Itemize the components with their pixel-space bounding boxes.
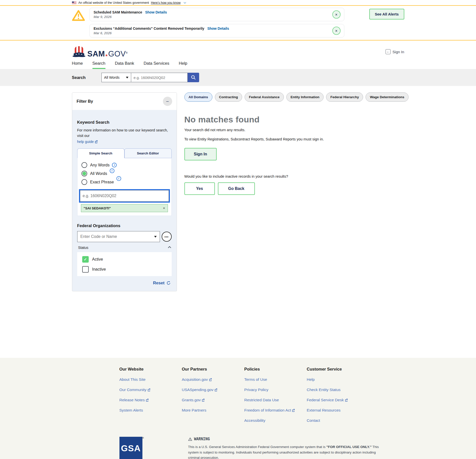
footer-link[interactable]: Restricted Data Use bbox=[244, 398, 279, 402]
ellipsis-icon: ••• bbox=[164, 235, 169, 239]
nav-item-search[interactable]: Search bbox=[92, 61, 105, 69]
checkbox-active-label: Active bbox=[92, 257, 103, 262]
gov-banner-text: An official website of the United States… bbox=[78, 1, 149, 4]
nav-item-help[interactable]: Help bbox=[179, 61, 187, 69]
keyword-tag-text: "SAI SEDAKOTI" bbox=[84, 206, 111, 210]
radio-any-words-label: Any Words bbox=[90, 163, 110, 167]
sign-in-button[interactable]: Sign In bbox=[184, 148, 217, 160]
domain-tab-contracting[interactable]: Contracting bbox=[215, 92, 242, 102]
footer-link[interactable]: External Resources bbox=[307, 408, 341, 412]
org-select-placeholder: Enter Code or Name bbox=[80, 234, 117, 239]
domain-tab-federal-hierarchy[interactable]: Federal Hierarchy bbox=[326, 92, 363, 102]
external-link-icon bbox=[345, 399, 348, 402]
footer-link[interactable]: Accessibility bbox=[244, 418, 265, 423]
info-icon[interactable]: i bbox=[112, 163, 117, 167]
radio-all-words-label: All Words bbox=[90, 171, 107, 176]
check-icon: ✓ bbox=[84, 257, 87, 262]
main-nav: Home Search Data Bank Data Services Help bbox=[0, 61, 476, 69]
footer-link[interactable]: Our Community bbox=[119, 388, 151, 392]
global-search-bar: Search All Words bbox=[0, 69, 476, 86]
global-search-input[interactable] bbox=[131, 73, 188, 82]
close-icon: × bbox=[335, 12, 337, 17]
sign-in-link[interactable]: ← Sign In bbox=[386, 49, 404, 54]
uncle-sam-hat-icon bbox=[72, 45, 86, 58]
warning-outline-icon bbox=[188, 437, 192, 441]
alert-close-button[interactable]: × bbox=[332, 10, 341, 19]
sam-gov-logo[interactable]: SAM★GOV® bbox=[72, 45, 128, 58]
footer-link[interactable]: Privacy Policy bbox=[244, 388, 268, 392]
checkbox-inactive[interactable] bbox=[82, 266, 89, 273]
footer-link[interactable]: Release Notes bbox=[119, 398, 149, 402]
remove-tag-button[interactable]: × bbox=[163, 206, 165, 210]
keyword-tabs: Simple Search Search Editor bbox=[77, 148, 172, 158]
minus-icon: − bbox=[166, 99, 169, 104]
footer-column-our-partners: Our Partners Acquisition.gov USASpending… bbox=[182, 367, 244, 423]
collapse-filters-button[interactable]: − bbox=[163, 97, 172, 106]
system-warning: WARNING This is a U.S. General Services … bbox=[188, 437, 388, 459]
footer-link[interactable]: Help bbox=[307, 377, 315, 382]
warning-triangle-icon bbox=[72, 10, 85, 21]
warning-heading: WARNING bbox=[194, 437, 210, 441]
alert-title: Scheduled SAM Maintenance bbox=[94, 10, 142, 14]
nav-item-data-bank[interactable]: Data Bank bbox=[115, 61, 134, 69]
reset-filters-link[interactable]: Reset bbox=[153, 281, 170, 285]
alert-close-button[interactable]: × bbox=[332, 27, 341, 35]
radio-all-words[interactable] bbox=[81, 171, 87, 176]
radio-any-words[interactable] bbox=[81, 162, 87, 168]
nav-item-data-services[interactable]: Data Services bbox=[144, 61, 169, 69]
keyword-input[interactable] bbox=[80, 190, 169, 202]
help-guide-link[interactable]: help guide bbox=[77, 139, 98, 145]
footer-link[interactable]: Terms of Use bbox=[244, 377, 267, 382]
org-more-options-button[interactable]: ••• bbox=[162, 232, 172, 242]
footer-link[interactable]: Federal Service Desk bbox=[307, 398, 348, 402]
external-link-icon bbox=[201, 399, 205, 402]
arrow-left-icon: ← bbox=[386, 49, 391, 54]
search-results: All Domains Contracting Federal Assistan… bbox=[184, 92, 409, 195]
footer-link[interactable]: Contact bbox=[307, 418, 320, 423]
radio-exact-phrase[interactable] bbox=[81, 179, 87, 185]
checkbox-inactive-label: Inactive bbox=[92, 267, 106, 272]
footer-link[interactable]: Check Entity Status bbox=[307, 388, 341, 392]
domain-tabs: All Domains Contracting Federal Assistan… bbox=[184, 92, 409, 102]
domain-tab-all-domains[interactable]: All Domains bbox=[184, 92, 212, 102]
footer-link[interactable]: System Alerts bbox=[119, 408, 143, 412]
footer-link[interactable]: More Partners bbox=[182, 408, 206, 412]
external-link-icon bbox=[94, 140, 98, 143]
site-header: SAM★GOV® ← Sign In bbox=[0, 40, 476, 58]
main-content: Filter By − Keyword Search For more info… bbox=[0, 86, 476, 358]
footer-link[interactable]: About This Site bbox=[119, 377, 146, 382]
domain-tab-wage-determinations[interactable]: Wage Determinations bbox=[366, 92, 409, 102]
warning-paragraph-1: This is a U.S. General Services Administ… bbox=[188, 444, 388, 459]
keyword-tag-chip: "SAI SEDAKOTI" × bbox=[81, 204, 168, 212]
footer-column-policies: Policies Terms of Use Privacy Policy Res… bbox=[244, 367, 307, 423]
domain-tab-federal-assistance[interactable]: Federal Assistance bbox=[245, 92, 284, 102]
how-you-know-link[interactable]: Here’s how you know bbox=[151, 1, 181, 4]
tab-simple-search[interactable]: Simple Search bbox=[77, 148, 124, 158]
search-submit-button[interactable] bbox=[188, 73, 199, 82]
sign-in-required-message: To view Entity Registrations, Subcontrac… bbox=[184, 137, 357, 142]
org-code-select[interactable]: Enter Code or Name bbox=[77, 231, 160, 242]
footer-link[interactable]: USASpending.gov bbox=[182, 388, 218, 392]
footer-link[interactable]: Acquisition.gov bbox=[182, 377, 212, 382]
chevron-up-icon[interactable] bbox=[168, 246, 171, 249]
see-all-alerts-button[interactable]: See All Alerts bbox=[369, 9, 404, 19]
footer-heading: Policies bbox=[244, 367, 307, 372]
checkbox-active[interactable]: ✓ bbox=[82, 256, 89, 263]
status-checkbox-group: ✓ Active Inactive bbox=[77, 252, 172, 276]
yes-button[interactable]: Yes bbox=[184, 182, 215, 195]
tab-search-editor[interactable]: Search Editor bbox=[124, 148, 172, 158]
nav-item-home[interactable]: Home bbox=[72, 61, 83, 69]
show-details-link[interactable]: Show Details bbox=[207, 26, 229, 30]
keyword-search-heading: Keyword Search bbox=[77, 120, 172, 125]
info-icon[interactable]: i bbox=[116, 176, 121, 181]
go-back-button[interactable]: Go Back bbox=[218, 182, 255, 195]
domain-tab-entity-information[interactable]: Entity Information bbox=[286, 92, 324, 102]
search-mode-select[interactable]: All Words bbox=[101, 73, 131, 82]
footer-link[interactable]: Grants.gov bbox=[182, 398, 205, 402]
logo-gov-text: GOV bbox=[108, 49, 126, 58]
show-details-link[interactable]: Show Details bbox=[145, 10, 167, 14]
status-section-label: Status bbox=[78, 246, 88, 250]
footer-link[interactable]: Freedom of Information Act bbox=[244, 408, 295, 412]
external-link-icon bbox=[214, 388, 217, 392]
info-icon[interactable]: i bbox=[110, 168, 114, 173]
